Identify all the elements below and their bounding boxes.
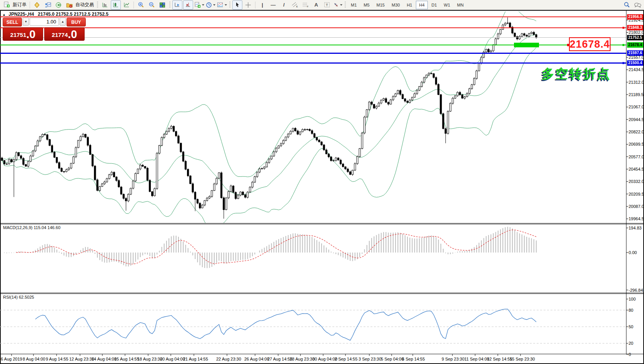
time-axis-label: 9 Aug 14:55 (46, 357, 68, 361)
text-label-button[interactable]: T (322, 0, 332, 10)
time-axis-label: 12 Aug 23:30 (69, 357, 94, 361)
dropdown-arrow-icon (225, 4, 227, 6)
signals-button[interactable] (53, 0, 63, 10)
horizontal-line-icon: — (271, 2, 276, 8)
chart-shift-button[interactable] (183, 0, 193, 10)
zoom-in-icon (138, 2, 144, 8)
sell-price-pips: .0 (26, 28, 35, 40)
channel-button[interactable]: E (290, 0, 300, 10)
rsi-axis-label: 0 (629, 352, 631, 357)
tile-windows-button[interactable] (157, 0, 167, 10)
crosshair-button[interactable] (243, 0, 253, 10)
horizontal-line-button[interactable]: — (268, 0, 278, 10)
templates-button[interactable] (217, 0, 227, 10)
timeframe-m1[interactable]: M1 (348, 1, 360, 9)
zoom-out-button[interactable] (147, 0, 157, 10)
buy-price-box[interactable]: 21774 .0 (44, 27, 85, 41)
price-tick-label: 20822.0 (629, 130, 644, 134)
price-badge-21956.0: 21956.0 (627, 14, 643, 20)
zoom-in-button[interactable] (136, 0, 146, 10)
rsi-label: RSI(14) 62.5025 (3, 295, 34, 299)
chart-title: ▲ JPN225-,H4 21745.0 21752.5 21712.5 217… (2, 12, 108, 17)
search-button[interactable] (622, 0, 632, 10)
buy-button[interactable]: BUY (67, 18, 86, 27)
indicators-button[interactable] (194, 0, 205, 10)
crosshair-icon (245, 2, 251, 8)
time-axis-label: 21 Aug 14:55 (183, 357, 208, 361)
toolbar-drag-handle[interactable] (169, 2, 170, 8)
timeframe-m15[interactable]: M15 (374, 1, 388, 9)
volume-input[interactable] (30, 18, 59, 26)
mql-editor-icon (34, 2, 40, 8)
turning-point-text[interactable]: 多空转折点 (542, 65, 611, 83)
text-button[interactable]: A (311, 0, 321, 10)
sell-price-box[interactable]: 21751 .0 (3, 27, 43, 41)
rsi-axis-label: 20 (629, 341, 633, 346)
rsi-axis-label: 50 (629, 324, 633, 329)
timeframe-mn[interactable]: MN (454, 1, 467, 9)
price-tick-label: 20577.0 (629, 155, 644, 159)
line-chart-button[interactable] (122, 0, 132, 10)
autotrading-button[interactable] (64, 0, 74, 10)
vertical-line-button[interactable]: | (257, 0, 267, 10)
fibonacci-button[interactable]: F (300, 0, 310, 10)
time-axis-label: 20 Aug 04:00 (160, 357, 185, 361)
macd-axis-label: 0.00 (629, 250, 637, 255)
chat-button[interactable] (632, 0, 642, 10)
periods-button[interactable] (205, 0, 216, 10)
timeframe-d1[interactable]: D1 (429, 1, 440, 9)
trendline-icon: / (283, 2, 285, 8)
volume-increase-button[interactable]: ▲ (60, 18, 66, 26)
sell-price-main: 21751 (10, 30, 27, 40)
price-tick-label: 21312.0 (629, 80, 644, 85)
macd-axis-label: -296.84 (629, 288, 643, 293)
new-order-button[interactable] (2, 0, 12, 10)
timeframe-m30[interactable]: M30 (389, 1, 403, 9)
collapse-icon[interactable]: ▲ (2, 13, 6, 17)
auto-scroll-icon (174, 2, 180, 8)
bar-chart-icon (102, 2, 108, 8)
sell-button[interactable]: SELL (3, 18, 22, 27)
market-watch-button[interactable] (43, 0, 53, 10)
mql-editor-button[interactable] (32, 0, 42, 10)
time-axis-label: 6 Aug 2019 (1, 357, 22, 361)
candlestick-chart-button[interactable] (111, 0, 121, 10)
auto-scroll-button[interactable] (172, 0, 182, 10)
price-badge-21678.4: 21678.4 (627, 42, 643, 48)
price-tick-label: 21189.5 (629, 92, 644, 97)
bar-chart-button[interactable] (100, 0, 110, 10)
time-axis-label: 26 Aug 04:00 (244, 357, 269, 361)
price-tick-label: 20454.5 (629, 167, 644, 171)
template-icon (217, 2, 224, 8)
clock-icon (206, 2, 212, 8)
cursor-icon (235, 2, 240, 8)
chat-icon (634, 2, 641, 8)
one-click-trading-panel: SELL ▼ ▲ BUY 21751 .0 21774 .0 (3, 18, 86, 41)
volume-decrease-button[interactable]: ▼ (23, 18, 29, 26)
time-axis-label: 2 Sep 14:55 (335, 357, 357, 361)
text-icon: A (314, 2, 318, 8)
new-order-label[interactable]: 新订单 (13, 2, 27, 8)
cursor-button[interactable] (232, 0, 242, 10)
time-axis-label: 15 Aug 14:55 (114, 357, 139, 361)
trendline-button[interactable]: / (279, 0, 289, 10)
chart-window[interactable] (0, 10, 644, 364)
chart-symbol-period: JPN225-,H4 (8, 12, 34, 17)
autotrading-label[interactable]: 自动交易 (75, 2, 94, 8)
timeframe-h1[interactable]: H1 (404, 1, 415, 9)
arrows-button[interactable] (333, 0, 343, 10)
price-tick-label: 20209.5 (629, 192, 644, 196)
price-callout-label[interactable]: 21678.4 (569, 37, 611, 51)
time-axis-label: 14 Aug 04:00 (92, 357, 117, 361)
toolbar-drag-handle[interactable] (345, 2, 346, 8)
time-axis-label: 11 Sep 04:00 (464, 357, 489, 361)
timeframe-h4[interactable]: H4 (416, 1, 427, 9)
price-tick-label: 20087.0 (629, 204, 644, 209)
chart-shift-icon (185, 2, 191, 8)
price-badge-21597.6: 21597.6 (627, 50, 643, 56)
timeframe-m5[interactable]: M5 (360, 1, 372, 9)
toolbar-drag-handle[interactable] (97, 2, 98, 8)
toolbar-drag-handle[interactable] (229, 2, 230, 8)
timeframe-w1[interactable]: W1 (441, 1, 454, 9)
tile-windows-icon (159, 2, 165, 8)
